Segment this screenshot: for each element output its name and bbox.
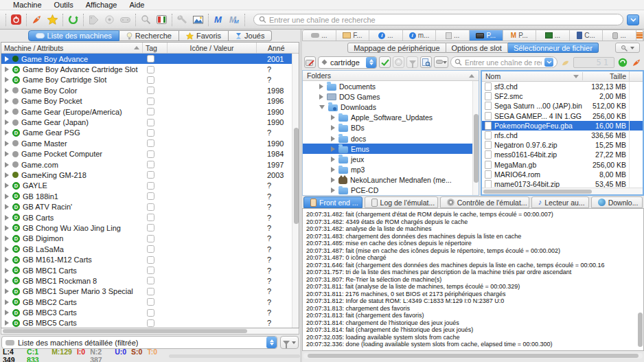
disclosure-triangle-icon[interactable] [5,310,9,315]
menu-affichage[interactable]: Affichage [80,1,124,9]
tag-checkbox[interactable] [147,119,154,126]
global-search-field[interactable] [253,14,623,25]
search-chevron-button[interactable] [544,58,553,67]
combo-stepper-icon[interactable] [266,337,277,348]
machine-row[interactable]: Game Boy Advance2001 [1,54,292,64]
column-header-taille[interactable]: Taille [582,72,629,80]
scrollbar-thumb[interactable] [308,354,639,358]
mame-button[interactable] [154,12,170,27]
column-header-clipped[interactable] [629,71,643,81]
edit-machine-button[interactable] [304,56,316,68]
disclosure-triangle-icon[interactable] [331,125,335,131]
tag-checkbox[interactable] [147,256,154,264]
folder-row[interactable]: Documents [303,81,472,91]
disclosure-triangle-icon[interactable] [5,162,9,168]
machine-row[interactable]: Game Boy Pocket1996 [1,96,292,106]
quit-power-button[interactable] [8,12,24,27]
parent-folder-button[interactable] [393,56,404,68]
machine-row[interactable]: Game.com1997 [1,159,292,170]
log-tab[interactable]: Front end ... [303,196,363,208]
tag-checkbox[interactable] [147,245,154,253]
machine-table-horizontal-scrollbar[interactable] [1,328,299,335]
machine-row[interactable]: DGB LaSaMa? [1,244,292,254]
scrollbar-thumb[interactable] [638,313,643,347]
tag-checkbox[interactable] [147,108,154,115]
machine-tab[interactable]: m... [403,30,437,41]
disclosure-triangle-icon[interactable] [5,320,9,326]
disclosure-triangle-icon[interactable] [319,84,323,89]
machine-tab[interactable]: ... [603,30,636,41]
mednafen-gray-button[interactable]: MM [227,12,242,27]
file-row[interactable]: SEGA GAMEP... 4 IN 1.GG256,00 KB [482,111,643,121]
log-vertical-scrollbar[interactable] [638,208,643,350]
tag-checkbox[interactable] [147,150,154,158]
file-row[interactable]: SF2.smc2,00 MB [482,91,643,101]
disclosure-triangle-icon[interactable] [331,146,335,152]
log-tab[interactable]: Lecteur au... [531,196,589,208]
folder-row[interactable]: PCE-CD [303,185,472,195]
machine-table-vertical-scrollbar[interactable] [292,54,299,328]
reload-list-button[interactable] [617,56,628,68]
folder-row[interactable]: Emus [303,144,472,154]
files-horizontal-scrollbar[interactable] [482,188,643,194]
folder-row[interactable]: DOS Games [303,91,472,102]
folder-row[interactable]: Apple_Software_Updates [303,113,472,123]
machine-row[interactable]: Game Gear (Japan)1990 [1,117,292,127]
favorites-star-button[interactable] [45,12,60,27]
machine-row[interactable]: DGB MBC1 Carts? [1,265,292,275]
machine-tab[interactable]: ... [369,30,403,41]
snapshot-image-button[interactable] [190,12,206,27]
machine-row[interactable]: DGB MBC5 Carts? [1,318,292,328]
log-tab[interactable]: Contrôle de l'émulat... [440,196,529,208]
tag-checkbox[interactable] [147,66,154,73]
combo-stepper-icon[interactable] [366,57,376,68]
slot-type-combo[interactable]: cartridge [318,56,377,69]
folder-row[interactable]: jeux [303,154,472,164]
search-options-chevron-button[interactable] [627,14,639,25]
machine-row[interactable]: DGB MBC3 Carts? [1,307,292,317]
tag-checkbox[interactable] [147,267,154,274]
tag-checkbox[interactable] [147,98,154,105]
file-row[interactable]: Sega Saturn ...00 (JAP).bin512,00 KB [482,101,643,111]
tab-options-de-slot[interactable]: Options de slot [446,43,508,53]
disclosure-triangle-icon[interactable] [5,204,9,210]
tag-checkbox[interactable] [147,55,154,63]
tag-checkbox[interactable] [147,224,154,231]
disclosure-triangle-icon[interactable] [331,157,335,162]
launch-file-button[interactable] [630,56,642,68]
file-row[interactable]: sf3.chd132,13 MB [482,82,643,91]
machine-row[interactable]: Game Pocket Computer1984 [1,149,292,159]
machine-tab[interactable]: ... [303,30,336,41]
folder-row[interactable]: docs [303,133,472,144]
file-options-menu-button[interactable] [434,56,448,68]
tab-recherche[interactable]: Recherche [119,30,179,41]
machine-row[interactable]: DGB ATV Racin'? [1,201,292,212]
machine-row[interactable]: DGB MBC1 Super Mario 3 Special? [1,286,292,297]
tag-checkbox[interactable] [147,235,154,242]
machine-row[interactable]: DGame Gear PSG? [1,128,292,138]
disclosure-triangle-icon[interactable] [5,141,9,146]
disclosure-triangle-icon[interactable] [331,167,335,172]
file-row[interactable]: PokemonRougeFeu.gba16,00 MB [482,121,643,131]
machine-row[interactable]: Game Gear (Europe/America)1990 [1,106,292,117]
disclosure-triangle-icon[interactable] [5,67,9,72]
tag-checkbox[interactable] [147,139,154,147]
log-horizontal-scrollbar[interactable] [303,353,643,359]
machine-filter-button[interactable] [280,336,299,349]
disclosure-triangle-icon[interactable] [5,236,9,241]
machine-row[interactable]: DGB Chong Wu Xiao Jing Ling? [1,223,292,233]
disclosure-triangle-icon[interactable] [331,177,335,183]
disclosure-triangle-icon[interactable] [5,278,9,284]
tag-checkbox[interactable] [147,87,154,94]
machine-tab-clipped[interactable] [636,30,643,41]
tag-button[interactable] [86,12,102,27]
tag-checkbox[interactable] [147,319,154,327]
tag-checkbox[interactable] [147,182,154,190]
file-search-field[interactable] [450,56,557,68]
disclosure-triangle-icon[interactable] [331,115,335,120]
disclosure-triangle-icon[interactable] [5,268,9,273]
menu-aide[interactable]: Aide [123,1,150,9]
scrollbar-thumb[interactable] [483,190,592,194]
tag-checkbox[interactable] [147,129,154,137]
machine-row[interactable]: DGame Boy Cartridge Slot? [1,75,292,85]
